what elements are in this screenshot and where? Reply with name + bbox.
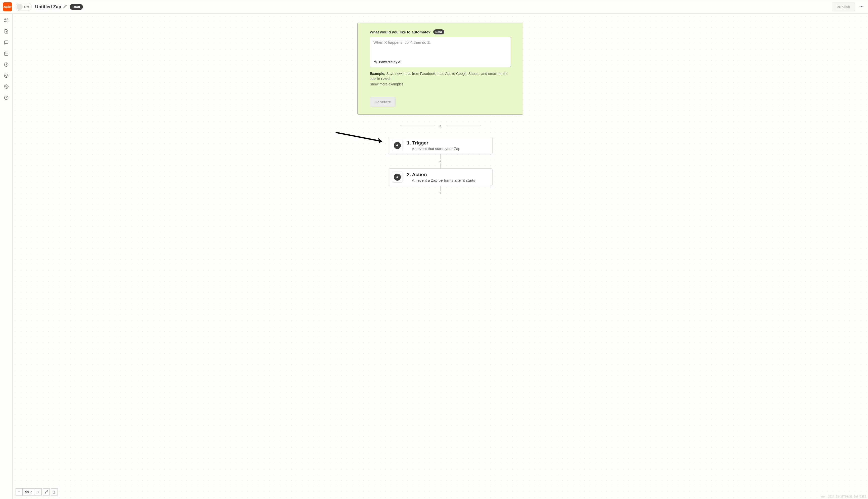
trigger-icon-wrap (392, 140, 403, 151)
sidebar-clock-icon[interactable] (3, 62, 9, 67)
svg-rect-7 (4, 52, 8, 56)
action-desc: An event a Zap performs after it starts (407, 178, 475, 182)
download-button[interactable] (51, 488, 58, 496)
trigger-desc: An event that starts your Zap (407, 146, 460, 151)
action-title: 2. Action (407, 172, 475, 178)
toggle-label: Off (24, 5, 29, 9)
sidebar-comment-icon[interactable] (3, 40, 9, 45)
svg-line-19 (45, 492, 46, 493)
pencil-icon[interactable] (63, 4, 67, 10)
svg-point-2 (863, 6, 863, 7)
zapier-logo[interactable]: zapier (3, 2, 12, 11)
bolt-icon (394, 174, 401, 181)
bolt-icon (394, 142, 401, 149)
sidebar-help-icon[interactable] (3, 95, 9, 100)
svg-point-0 (860, 6, 860, 7)
trigger-card[interactable]: 1. Trigger An event that starts your Zap (388, 137, 493, 154)
zoom-in-button[interactable]: + (35, 488, 42, 496)
toggle-knob-icon (16, 4, 23, 10)
add-step-button[interactable]: + (438, 159, 442, 163)
sidebar-settings-icon[interactable] (3, 84, 9, 89)
beta-badge: Beta (433, 29, 444, 34)
ai-title: What would you like to automate? (370, 30, 431, 34)
ai-automate-box: What would you like to automate? Beta Wh… (357, 23, 523, 114)
version-text: ver. 2024-03-15T00:51-3b8f1352 (820, 495, 866, 498)
svg-marker-17 (378, 138, 382, 143)
or-text: or (439, 124, 442, 127)
sparkle-icon (373, 60, 377, 64)
show-more-examples-link[interactable]: Show more examples (370, 82, 404, 86)
ai-powered-label: Powered by AI (373, 60, 507, 64)
add-step-button[interactable]: + (438, 191, 442, 195)
workspace: What would you like to automate? Beta Wh… (0, 14, 868, 499)
svg-point-6 (7, 21, 8, 22)
generate-button[interactable]: Generate (370, 97, 396, 107)
canvas[interactable]: What would you like to automate? Beta Wh… (13, 14, 868, 499)
zap-title-text: Untitled Zap (35, 4, 61, 10)
svg-line-18 (47, 491, 48, 492)
action-card[interactable]: 2. Action An event a Zap performs after … (388, 168, 493, 186)
draft-badge: Draft (70, 4, 83, 10)
zap-toggle[interactable]: Off (15, 3, 32, 11)
header: zapier Off Untitled Zap Draft Publish (0, 0, 868, 14)
svg-point-4 (7, 19, 8, 20)
sidebar-apps-icon[interactable] (3, 17, 9, 23)
fit-screen-button[interactable] (43, 488, 50, 496)
zoom-out-button[interactable]: − (15, 488, 23, 496)
zoom-value: 99% (23, 488, 35, 496)
svg-point-3 (4, 19, 6, 20)
sidebar-upload-icon[interactable] (3, 29, 9, 34)
ellipsis-icon (859, 4, 864, 9)
ai-placeholder: When X happens, do Y, then do Z. (373, 40, 507, 45)
trigger-title: 1. Trigger (407, 140, 460, 146)
more-menu-button[interactable] (858, 3, 865, 10)
expand-icon (45, 490, 48, 494)
action-icon-wrap (392, 172, 403, 183)
svg-line-16 (336, 132, 382, 142)
sidebar-calendar-icon[interactable] (3, 51, 9, 56)
sidebar-activity-icon[interactable] (3, 73, 9, 78)
connector-line (440, 186, 441, 191)
or-divider: or (400, 124, 481, 127)
svg-point-5 (4, 21, 6, 22)
svg-point-13 (5, 86, 7, 87)
zap-title[interactable]: Untitled Zap (35, 4, 67, 10)
connector-line (440, 163, 441, 168)
download-icon (52, 490, 56, 494)
publish-button[interactable]: Publish (832, 2, 855, 11)
sidebar (0, 14, 13, 499)
arrow-annotation-icon (336, 131, 388, 145)
zoom-controls: − 99% + (15, 488, 58, 496)
ai-example: Example: Save new leads from Facebook Le… (370, 71, 511, 87)
connector-line (440, 154, 441, 159)
svg-point-1 (861, 6, 862, 7)
ai-prompt-input[interactable]: When X happens, do Y, then do Z. Powered… (370, 37, 511, 67)
